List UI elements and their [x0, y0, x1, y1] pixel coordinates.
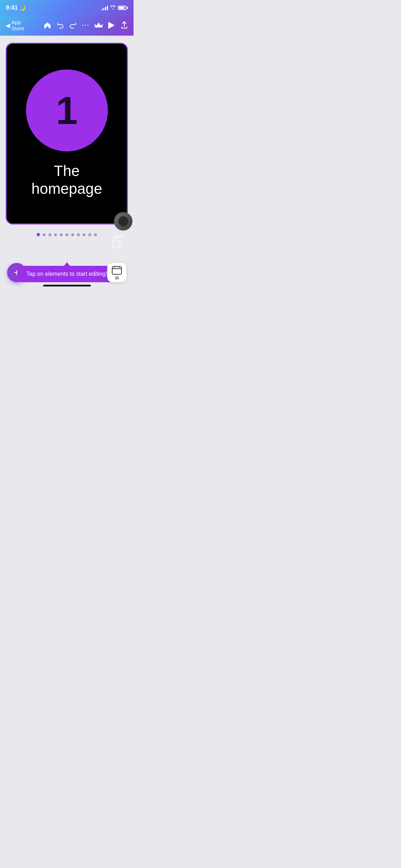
toolbar: ···	[38, 16, 134, 35]
back-button[interactable]: ◀ App Store	[0, 16, 38, 35]
dot-7[interactable]	[77, 233, 80, 236]
status-bar: 9:41 🌙	[0, 0, 134, 16]
calendar-button[interactable]: 33	[107, 263, 126, 282]
dot-5[interactable]	[66, 233, 68, 236]
tooltip-text: Tap on elements to start editing!	[26, 271, 107, 277]
home-button[interactable]	[41, 19, 54, 32]
slide-title: The homepage	[31, 162, 102, 198]
dot-2[interactable]	[48, 233, 51, 236]
battery-icon	[118, 6, 128, 10]
tooltip-bubble: Tap on elements to start editing!	[17, 266, 117, 282]
nav-bar: ◀ App Store ···	[0, 16, 134, 36]
signal-icon	[101, 5, 108, 10]
redo-button[interactable]	[67, 19, 79, 32]
play-button[interactable]	[105, 19, 118, 32]
dot-8[interactable]	[83, 233, 85, 236]
svg-rect-2	[114, 266, 115, 268]
pagination-dots	[37, 233, 97, 236]
slide-circle: 1	[26, 69, 108, 151]
wifi-icon	[110, 5, 116, 11]
more-button[interactable]: ···	[79, 19, 92, 32]
status-icons	[101, 5, 128, 11]
dot-0[interactable]	[37, 233, 40, 236]
main-content: 1 The homepage	[0, 36, 134, 289]
dot-4[interactable]	[60, 233, 63, 236]
status-time: 9:41 🌙	[6, 4, 26, 11]
undo-button[interactable]	[54, 19, 67, 32]
svg-rect-1	[112, 267, 121, 274]
crown-button[interactable]	[92, 19, 105, 32]
calendar-icon	[112, 265, 122, 277]
moon-icon: 🌙	[20, 5, 26, 11]
swipe-handle[interactable]	[114, 212, 132, 231]
dot-3[interactable]	[54, 233, 57, 236]
dot-10[interactable]	[94, 233, 97, 236]
slide-number: 1	[56, 91, 78, 130]
home-indicator	[43, 285, 91, 286]
back-label: App Store	[11, 19, 32, 31]
svg-marker-0	[108, 22, 115, 29]
svg-rect-3	[119, 266, 120, 268]
share-button[interactable]	[118, 19, 131, 32]
bottom-area: + Tap on elements to start editing! 33	[0, 266, 134, 282]
time-text: 9:41	[6, 4, 18, 11]
slide-card[interactable]: 1 The homepage	[6, 43, 128, 224]
dot-9[interactable]	[88, 233, 91, 236]
calendar-number: 33	[115, 276, 119, 280]
dot-6[interactable]	[71, 233, 74, 236]
swipe-gesture-icon	[109, 234, 125, 250]
back-arrow-icon: ◀	[6, 22, 10, 29]
dot-1[interactable]	[43, 233, 46, 236]
